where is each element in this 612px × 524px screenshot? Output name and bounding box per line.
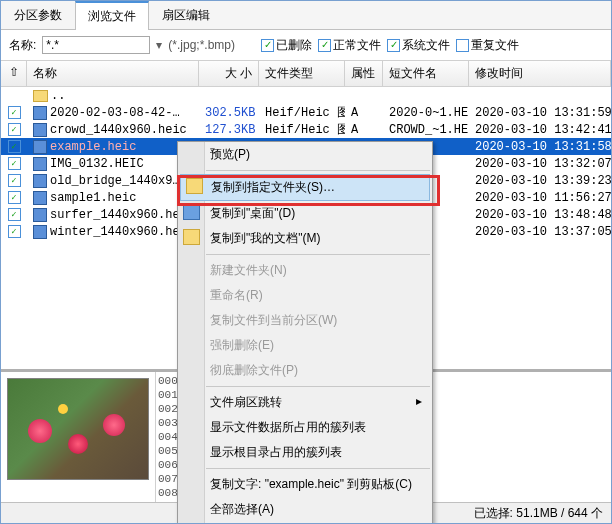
documents-icon (183, 229, 200, 245)
col-mod[interactable]: 修改时间 (469, 61, 611, 86)
parent-folder-row[interactable]: .. (1, 87, 611, 104)
file-icon (33, 106, 47, 120)
col-type[interactable]: 文件类型 (259, 61, 345, 86)
col-name[interactable]: 名称 (27, 61, 199, 86)
file-icon (33, 123, 47, 137)
menu-copy-to-desktop[interactable]: 复制到"桌面"(D) (178, 201, 432, 226)
thumbnail-panel (1, 372, 156, 502)
check-system[interactable]: ✓系统文件 (387, 37, 450, 54)
file-icon (33, 140, 47, 154)
folder-icon (33, 90, 48, 102)
name-label: 名称: (9, 37, 36, 54)
file-icon (33, 208, 47, 222)
context-menu: 预览(P) 复制到指定文件夹(S)… 复制到"桌面"(D) 复制到"我的文档"(… (177, 141, 433, 524)
menu-select-all[interactable]: 全部选择(A) (178, 497, 432, 522)
tab-browse-files[interactable]: 浏览文件 (75, 1, 149, 30)
file-icon (33, 225, 47, 239)
menu-copy-to-partition: 复制文件到当前分区(W) (178, 308, 432, 333)
table-row[interactable]: ✓2020-02-03-08-42-…302.5KBHeif/Heic 图像A2… (1, 104, 611, 121)
table-row[interactable]: ✓crowd_1440x960.heic127.3KBHeif/Heic 图像A… (1, 121, 611, 138)
col-attr[interactable]: 属性 (345, 61, 383, 86)
desktop-icon (183, 204, 200, 220)
menu-sector-jump[interactable]: 文件扇区跳转▸ (178, 390, 432, 415)
menu-copy-text[interactable]: 复制文字: "example.heic" 到剪贴板(C) (178, 472, 432, 497)
file-icon (33, 174, 47, 188)
col-short[interactable]: 短文件名 (383, 61, 469, 86)
file-icon (33, 157, 47, 171)
folder-icon (186, 178, 203, 194)
tab-partition-params[interactable]: 分区参数 (1, 1, 75, 29)
file-icon (33, 191, 47, 205)
menu-force-delete: 强制删除(E) (178, 333, 432, 358)
dropdown-icon[interactable]: ▾ (156, 38, 162, 52)
column-headers: ⇧ 名称 大 小 文件类型 属性 短文件名 修改时间 (1, 61, 611, 87)
menu-perm-delete: 彻底删除文件(P) (178, 358, 432, 383)
menu-copy-to-folder[interactable]: 复制到指定文件夹(S)… (180, 174, 430, 201)
up-button[interactable]: ⇧ (1, 61, 27, 86)
check-duplicate[interactable]: 重复文件 (456, 37, 519, 54)
filter-toolbar: 名称: ▾ (*.jpg;*.bmp) ✓已删除 ✓正常文件 ✓系统文件 重复文… (1, 30, 611, 61)
app-window: 分区参数 浏览文件 扇区编辑 名称: ▾ (*.jpg;*.bmp) ✓已删除 … (0, 0, 612, 524)
tab-sector-edit[interactable]: 扇区编辑 (149, 1, 223, 29)
check-normal[interactable]: ✓正常文件 (318, 37, 381, 54)
menu-rename: 重命名(R) (178, 283, 432, 308)
menu-show-file-clusters[interactable]: 显示文件数据所占用的簇列表 (178, 415, 432, 440)
menu-new-folder: 新建文件夹(N) (178, 258, 432, 283)
submenu-arrow-icon: ▸ (416, 394, 422, 408)
col-size[interactable]: 大 小 (199, 61, 259, 86)
tab-bar: 分区参数 浏览文件 扇区编辑 (1, 1, 611, 30)
thumbnail-image (7, 378, 149, 480)
menu-preview[interactable]: 预览(P) (178, 142, 432, 167)
status-selection: 已选择: 51.1MB / 644 个 (474, 505, 603, 522)
menu-copy-to-documents[interactable]: 复制到"我的文档"(M) (178, 226, 432, 251)
check-deleted[interactable]: ✓已删除 (261, 37, 312, 54)
menu-show-root-clusters[interactable]: 显示根目录占用的簇列表 (178, 440, 432, 465)
name-filter-input[interactable] (42, 36, 150, 54)
filter-hint: (*.jpg;*.bmp) (168, 38, 235, 52)
